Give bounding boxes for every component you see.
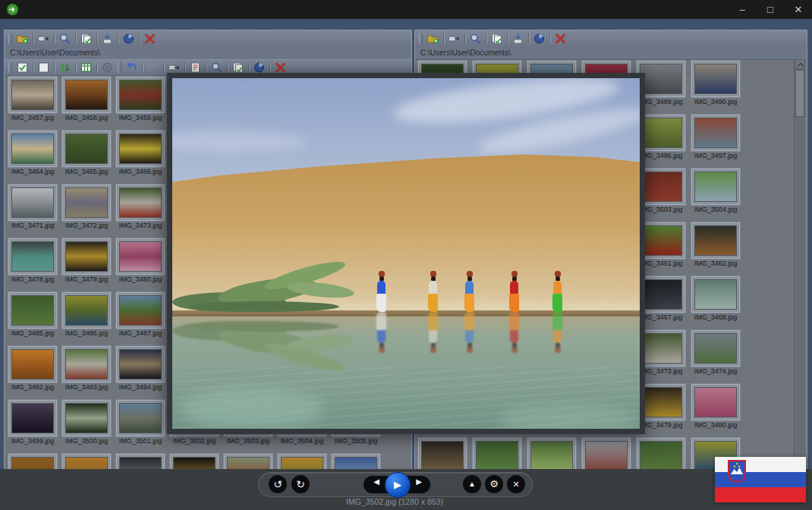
rename-icon[interactable] (168, 61, 181, 74)
thumbnail-frame (691, 115, 740, 151)
move-down-icon[interactable] (101, 33, 114, 45)
separator (206, 62, 206, 73)
script-icon[interactable] (189, 61, 202, 74)
separator (549, 33, 550, 44)
thumbnail-label: IMG_3473.jpg (112, 222, 168, 229)
thumbnail-label: IMG_3459.jpg (112, 114, 168, 121)
toolbar-grip (8, 33, 12, 44)
thumbnail-frame (691, 168, 740, 205)
walking-figure (551, 271, 565, 312)
flag-band-red (715, 487, 806, 502)
figure-skirt (376, 294, 386, 312)
thumbnail-frame (170, 454, 219, 470)
thumbnail-image (11, 295, 54, 326)
thumbnail-label: IMG_3462.jpg (688, 260, 744, 267)
thumbnail-label: IMG_3504.jpg (274, 437, 330, 445)
checkbox-empty-icon[interactable] (37, 61, 50, 74)
thumbnail-label: IMG_3499.jpg (5, 437, 61, 445)
rename-icon[interactable] (448, 33, 461, 45)
figure-torso (553, 329, 562, 343)
thumbnail-image (119, 295, 162, 326)
thumbnail-label: IMG_3500.jpg (58, 437, 115, 445)
thumbnail-frame (62, 77, 111, 113)
pie-chart-icon[interactable] (533, 33, 546, 45)
maximize-button[interactable]: □ (757, 2, 783, 17)
figure-reflection (375, 312, 389, 353)
play-button[interactable]: ▶ (385, 472, 411, 498)
thumbnail-image (119, 403, 162, 433)
toolbar-grip (419, 33, 423, 44)
next-button[interactable]: ▶ (408, 473, 430, 490)
thumbnail-frame (62, 184, 111, 221)
thumbnail-label: IMG_3492.jpg (5, 383, 61, 391)
thumbnail-frame (116, 238, 165, 275)
slovenia-coat-of-arms (727, 460, 747, 483)
thumbnail-image (227, 457, 269, 470)
thumbnail-image (119, 187, 162, 218)
thumbnail-frame (116, 77, 165, 113)
redo-icon[interactable] (146, 61, 159, 74)
new-folder-icon[interactable] (16, 33, 29, 45)
thumbnail-image (335, 457, 377, 470)
thumbnail-frame (691, 276, 740, 313)
settings-gear-button[interactable]: ⚙ (485, 475, 503, 493)
pie-chart-icon[interactable] (253, 61, 266, 74)
minimize-button[interactable]: – (729, 2, 755, 17)
thumbnail-label: IMG_3494.jpg (112, 383, 168, 391)
thumbnail-label: IMG_3503.jpg (220, 437, 276, 445)
new-folder-icon[interactable] (426, 33, 439, 45)
viewer-status-text: IMG_3502.jpg (1280 x 853) (254, 497, 535, 506)
thumbnail-image (530, 441, 573, 470)
exit-fullscreen-button[interactable]: ▲ (463, 475, 481, 493)
scroll-up-button[interactable] (795, 59, 805, 69)
scrollbar-thumb[interactable] (795, 70, 804, 117)
thumbnail-frame (8, 400, 57, 436)
figure-reflection (426, 312, 440, 353)
figure-torso (377, 329, 386, 343)
thumbnail-frame (116, 346, 165, 382)
copy-check-icon[interactable] (490, 33, 503, 45)
photo-water-highlight (180, 388, 324, 429)
thumbnail-image (585, 441, 628, 470)
thumbnail-label: IMG_3486.jpg (58, 329, 115, 337)
figure-skirt (509, 294, 519, 312)
move-down-icon[interactable] (511, 33, 524, 45)
photo-desert-oasis[interactable] (172, 78, 640, 429)
figure-head (467, 342, 472, 348)
spiral-icon[interactable] (101, 61, 114, 74)
undo-icon[interactable] (125, 61, 138, 74)
pie-chart-icon[interactable] (122, 33, 135, 45)
thumbnail-image (640, 118, 682, 148)
search-icon[interactable] (469, 33, 482, 45)
delete-icon[interactable] (274, 61, 287, 74)
separator (118, 33, 118, 44)
checkbox-checked-icon[interactable] (16, 61, 29, 74)
delete-icon[interactable] (143, 33, 156, 45)
separator (486, 33, 486, 44)
thumbnail-image (119, 457, 162, 470)
thumbnail-image (694, 118, 737, 148)
thumbnail-image (640, 172, 682, 202)
thumbnail-image (65, 80, 108, 110)
rotate-left-button[interactable]: ↺ (269, 475, 287, 493)
delete-icon[interactable] (554, 33, 567, 45)
thumbnail-label: IMG_3474.jpg (688, 367, 744, 375)
thumbnail-image (640, 279, 682, 310)
thumbnail-image (640, 225, 682, 256)
thumbnail-frame (116, 292, 165, 329)
slovenia-flag[interactable] (715, 457, 806, 502)
close-button[interactable]: ✕ (785, 2, 811, 17)
figure-reflection (463, 312, 477, 353)
left-path-bar[interactable]: C:\Users\User\Documents\ (5, 47, 411, 60)
copy-check-icon[interactable] (80, 33, 93, 45)
right-path-bar[interactable]: C:\Users\User\Documents\ (415, 47, 807, 60)
sort-up-down-icon[interactable] (58, 61, 71, 74)
copy-check-icon[interactable] (231, 61, 244, 74)
grid-view-icon[interactable] (80, 61, 93, 74)
rename-icon[interactable] (37, 33, 50, 45)
close-slideshow-button[interactable]: ✕ (507, 475, 525, 493)
right-scrollbar[interactable] (794, 59, 805, 468)
search-icon[interactable] (58, 33, 71, 45)
rotate-right-button[interactable]: ↻ (291, 475, 310, 493)
search-icon[interactable] (210, 61, 223, 74)
